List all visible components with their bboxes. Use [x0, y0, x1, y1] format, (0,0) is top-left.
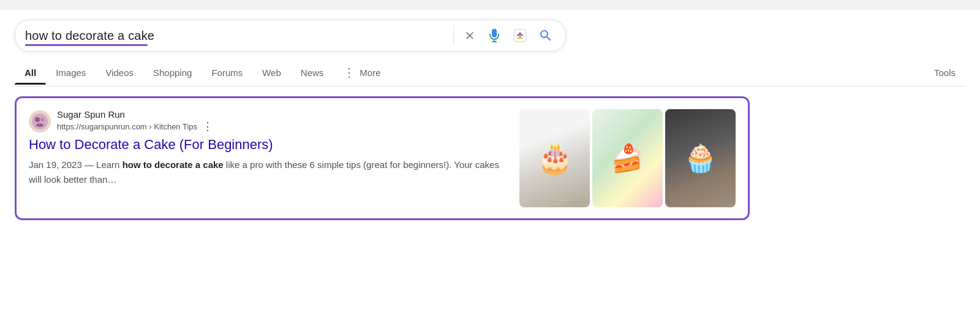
tab-more[interactable]: ⋮ More — [333, 59, 390, 86]
result-images — [519, 109, 736, 207]
result-card-1: Sugar Spun Run https://sugarspunrun.com … — [15, 96, 750, 220]
site-info: Sugar Spun Run https://sugarspunrun.com … — [29, 109, 505, 133]
close-icon — [464, 29, 476, 42]
search-query-text: how to decorate a cake — [25, 29, 448, 43]
tab-shopping[interactable]: Shopping — [143, 61, 202, 84]
tab-news[interactable]: News — [291, 61, 334, 84]
site-url: https://sugarspunrun.com › Kitchen Tips — [57, 122, 197, 131]
result-left: Sugar Spun Run https://sugarspunrun.com … — [29, 109, 505, 207]
voice-search-button[interactable] — [484, 26, 504, 45]
more-dots-icon: ⋮ — [343, 65, 355, 80]
tab-tools[interactable]: Tools — [924, 61, 965, 84]
lens-icon — [513, 28, 527, 43]
site-name-url: Sugar Spun Run https://sugarspunrun.com … — [57, 109, 214, 133]
tab-all[interactable]: All — [15, 61, 46, 84]
result-title-link[interactable]: How to Decorate a Cake (For Beginners) — [29, 137, 505, 153]
svg-point-6 — [36, 123, 43, 127]
tab-forums[interactable]: Forums — [202, 61, 252, 84]
snippet-bold: how to decorate a cake — [123, 159, 224, 170]
lens-search-button[interactable] — [510, 26, 530, 45]
clear-button[interactable] — [461, 27, 478, 44]
nav-tabs: All Images Videos Shopping Forums Web Ne… — [15, 59, 965, 86]
site-favicon — [29, 110, 51, 132]
svg-point-5 — [40, 118, 44, 121]
tab-images[interactable]: Images — [46, 61, 96, 84]
svg-point-4 — [35, 117, 40, 122]
site-name: Sugar Spun Run — [57, 109, 214, 120]
search-box[interactable]: how to decorate a cake — [15, 20, 566, 52]
search-bar-row: how to decorate a cake — [15, 20, 965, 52]
favicon-icon — [31, 113, 48, 130]
result-image-3[interactable] — [665, 109, 736, 207]
result-snippet: Jan 19, 2023 — Learn how to decorate a c… — [29, 158, 505, 187]
site-url-row: https://sugarspunrun.com › Kitchen Tips … — [57, 120, 214, 133]
snippet-date: Jan 19, 2023 — [29, 159, 82, 170]
tab-web[interactable]: Web — [252, 61, 291, 84]
result-image-2[interactable] — [592, 109, 663, 207]
search-actions — [453, 26, 556, 45]
result-image-1[interactable] — [519, 109, 590, 207]
search-underline — [25, 44, 148, 46]
search-icon — [538, 28, 553, 43]
result-more-button[interactable]: ⋮ — [201, 120, 214, 133]
results-area: Sugar Spun Run https://sugarspunrun.com … — [15, 86, 965, 220]
snippet-before: — Learn — [82, 159, 123, 170]
microphone-icon — [487, 28, 502, 43]
svg-point-3 — [32, 113, 48, 129]
tab-videos[interactable]: Videos — [96, 61, 143, 84]
search-submit-button[interactable] — [536, 26, 556, 45]
